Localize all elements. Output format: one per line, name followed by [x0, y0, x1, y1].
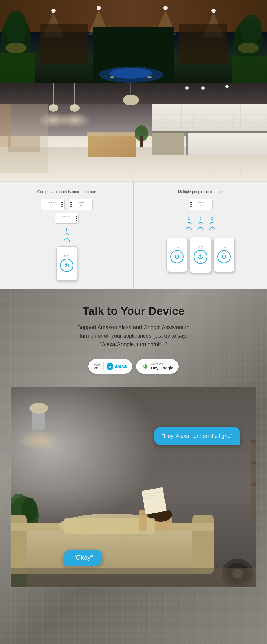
single-device-row: Smart Life ■ ■ □ ✓ ■ — [189, 199, 213, 210]
svg-rect-54 — [0, 104, 11, 147]
alexa-icon: a — [106, 363, 114, 370]
voice-section-title: Talk to Your Device — [83, 305, 185, 318]
control-left-panel: One person controls more than one Smart … — [0, 182, 134, 289]
svg-rect-119 — [251, 462, 256, 464]
svg-point-84 — [143, 366, 144, 367]
device-switch-single: Smart Life ■ ■ □ ✓ ■ — [189, 199, 213, 210]
phone-power-btn-1: ⏻ — [170, 250, 184, 263]
phone-right-1: 12:00 ⏻ — [166, 238, 188, 272]
alexa-logo-area: a alexa — [106, 363, 127, 370]
svg-rect-53 — [8, 136, 40, 152]
devices-top-row: Smart Life ■ ■ □ ✓ ■ Smar — [41, 199, 93, 210]
phone-right-2: 12:00 ⏻ — [189, 237, 212, 273]
svg-point-96 — [17, 430, 60, 451]
badge-divider — [103, 362, 104, 370]
outdoor-image — [0, 0, 267, 83]
voice-content-area: Talk to Your Device Support Amazon Alexa… — [11, 305, 256, 587]
google-works-text: works with — [151, 363, 173, 366]
svg-rect-61 — [152, 133, 184, 155]
svg-point-44 — [70, 104, 80, 112]
hero-kitchen-section — [0, 83, 267, 181]
control-left-title: One person controls more than one — [37, 190, 96, 194]
phone-power-btn-3: ⏻ — [217, 250, 231, 263]
phone-power-btn-2: ⏻ — [193, 250, 207, 264]
device-switch-3: Smart Life ■ ■ □ ✓ ■ — [55, 213, 79, 224]
svg-rect-118 — [251, 440, 256, 443]
outdoor-scene-svg — [0, 0, 267, 83]
svg-rect-120 — [251, 483, 256, 486]
svg-point-95 — [29, 403, 48, 414]
svg-point-15 — [238, 43, 259, 53]
svg-rect-23 — [0, 53, 35, 83]
svg-text:a: a — [109, 365, 111, 369]
phone-power-button: ⏻ — [60, 259, 73, 272]
wifi-icon-right-2 — [197, 217, 204, 234]
wifi-icon-right-3 — [209, 217, 215, 234]
assistant-badges-row: works with a alexa — [88, 359, 179, 374]
svg-rect-110 — [142, 487, 167, 515]
svg-rect-74 — [186, 133, 188, 155]
speech-bubble-alexa: "Hey, Alexa, turn on the light." — [154, 427, 240, 445]
svg-point-83 — [145, 367, 146, 369]
svg-point-51 — [225, 85, 229, 88]
alexa-text: alexa — [115, 364, 127, 369]
svg-point-5 — [211, 9, 216, 13]
svg-rect-117 — [251, 440, 256, 520]
hero-outdoor-section — [0, 0, 267, 83]
multiple-wifi-icons — [186, 216, 215, 235]
svg-rect-63 — [152, 131, 267, 133]
svg-point-18 — [109, 68, 152, 79]
svg-rect-55 — [88, 133, 136, 157]
svg-point-43 — [49, 104, 58, 112]
phone-right-3: 12:00 ⏻ — [213, 238, 235, 272]
speech-bubble-okay: "Okay" — [64, 550, 102, 566]
svg-point-13 — [240, 15, 262, 44]
svg-rect-76 — [140, 136, 143, 147]
person-scene-area: "Hey, Alexa, turn on the light." "Okay" — [11, 387, 256, 587]
control-diagram-section: One person controls more than one Smart … — [0, 181, 267, 289]
svg-point-20 — [147, 76, 152, 78]
devices-bottom-row: Smart Life ■ ■ □ ✓ ■ — [55, 213, 79, 224]
multiple-phones: 12:00 ⏻ 12:00 ⏻ 12:00 ⏻ — [166, 238, 235, 272]
google-badge-text: works with Hey Google — [151, 363, 173, 370]
svg-point-11 — [5, 11, 27, 43]
svg-point-82 — [146, 366, 147, 367]
svg-rect-121 — [11, 568, 256, 587]
kitchen-scene-svg — [0, 83, 267, 181]
svg-point-3 — [97, 6, 101, 10]
wifi-icon-left — [64, 228, 70, 245]
svg-point-50 — [201, 86, 205, 90]
control-right-panel: Multiple people control one Smart Life ■… — [134, 182, 267, 289]
svg-point-81 — [145, 364, 146, 365]
device-switch-2: Smart Life ■ ■ □ ✓ ■ — [69, 199, 93, 210]
google-badge: works with Hey Google — [136, 359, 179, 374]
kitchen-image — [0, 83, 267, 181]
svg-point-2 — [51, 9, 56, 13]
device-switch-1: Smart Life ■ ■ □ ✓ ■ — [41, 199, 65, 210]
svg-rect-24 — [232, 56, 267, 83]
svg-point-49 — [185, 86, 189, 90]
control-right-title: Multiple people control one — [178, 190, 223, 194]
voice-section-subtitle: Support Amazon Alexa and Google Assistan… — [77, 323, 190, 349]
svg-point-46 — [59, 112, 91, 128]
svg-point-4 — [163, 6, 168, 10]
wifi-icon-right-1 — [186, 217, 192, 234]
svg-rect-21 — [40, 24, 88, 64]
svg-rect-57 — [152, 104, 267, 131]
svg-point-48 — [123, 95, 139, 105]
svg-point-14 — [5, 43, 27, 53]
person-scene-svg — [11, 387, 256, 587]
svg-rect-56 — [87, 132, 138, 136]
phone-left: 12:00 ⏻ — [56, 246, 77, 281]
alexa-badge: works with a alexa — [88, 359, 132, 374]
voice-assistant-section: Talk to Your Device Support Amazon Alexa… — [0, 289, 267, 644]
svg-point-19 — [110, 76, 114, 78]
hey-google-text: Hey Google — [151, 366, 173, 370]
alexa-works-with-text: works with — [94, 363, 101, 370]
google-icon — [142, 363, 149, 370]
svg-rect-62 — [187, 133, 267, 155]
svg-rect-22 — [179, 24, 227, 64]
